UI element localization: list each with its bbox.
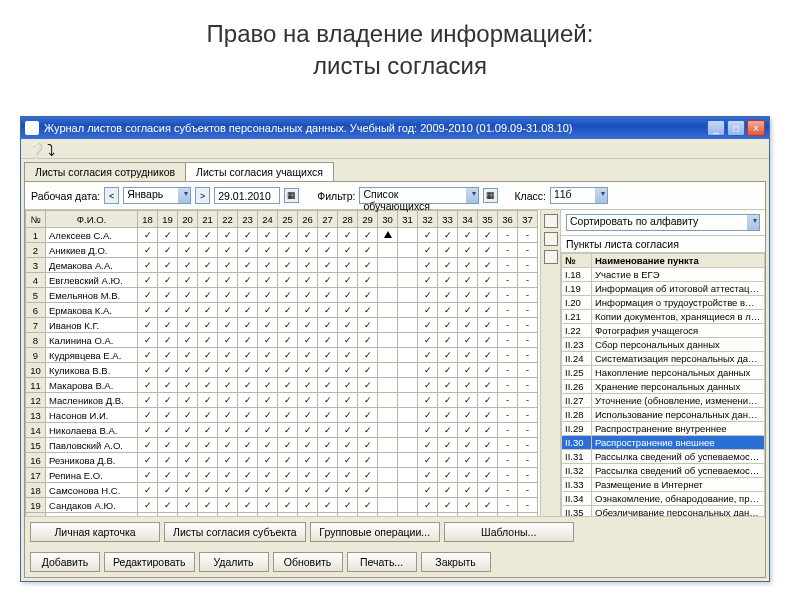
grid-cell[interactable]: ✓: [358, 273, 378, 288]
grid-cell[interactable]: ✓: [158, 498, 178, 513]
row-num[interactable]: 10: [26, 363, 46, 378]
close-button[interactable]: ×: [747, 120, 765, 136]
grid-cell[interactable]: ✓: [358, 228, 378, 243]
row-num[interactable]: 13: [26, 408, 46, 423]
grid-cell[interactable]: ✓: [478, 243, 498, 258]
grid-cell[interactable]: ✓: [358, 498, 378, 513]
minimize-button[interactable]: _: [707, 120, 725, 136]
grid-cell[interactable]: ✓: [438, 243, 458, 258]
grid-cell[interactable]: ✓: [198, 333, 218, 348]
grid-cell[interactable]: ✓: [318, 303, 338, 318]
grid-cell[interactable]: ✓: [458, 438, 478, 453]
grid-cell[interactable]: ✓: [338, 348, 358, 363]
grid-cell[interactable]: ✓: [258, 438, 278, 453]
grid-cell[interactable]: ✓: [138, 378, 158, 393]
grid-cell[interactable]: ✓: [438, 378, 458, 393]
grid-pane[interactable]: №Ф.И.О.181920212223242526272829303132333…: [25, 210, 540, 516]
grid-cell[interactable]: ✓: [418, 348, 438, 363]
row-num[interactable]: 12: [26, 393, 46, 408]
button--[interactable]: Групповые операции...: [310, 522, 440, 542]
grid-cell[interactable]: ✓: [358, 453, 378, 468]
grid-cell[interactable]: ✓: [218, 258, 238, 273]
grid-cell[interactable]: ✓: [458, 483, 478, 498]
col-day-35[interactable]: 35: [478, 211, 498, 228]
points-col-name[interactable]: Наименование пункта: [592, 254, 765, 268]
grid-cell[interactable]: ✓: [138, 273, 158, 288]
grid-cell[interactable]: ✓: [418, 363, 438, 378]
grid-cell[interactable]: -: [498, 438, 518, 453]
grid-cell[interactable]: ✓: [238, 453, 258, 468]
grid-cell[interactable]: ✓: [438, 288, 458, 303]
row-fio[interactable]: Самсонова Н.С.: [46, 483, 138, 498]
grid-cell[interactable]: ✓: [298, 453, 318, 468]
grid-cell[interactable]: ✓: [138, 423, 158, 438]
col-num[interactable]: №: [26, 211, 46, 228]
grid-cell[interactable]: [398, 393, 418, 408]
grid-cell[interactable]: ✓: [238, 303, 258, 318]
grid-cell[interactable]: ✓: [218, 453, 238, 468]
grid-cell[interactable]: ✓: [298, 258, 318, 273]
grid-cell[interactable]: [378, 378, 398, 393]
grid-cell[interactable]: ✓: [218, 363, 238, 378]
grid-cell[interactable]: ✓: [458, 228, 478, 243]
grid-cell[interactable]: ✓: [238, 483, 258, 498]
grid-cell[interactable]: [398, 438, 418, 453]
grid-cell[interactable]: ✓: [138, 393, 158, 408]
grid-cell[interactable]: ✓: [458, 303, 478, 318]
grid-cell[interactable]: ✓: [318, 273, 338, 288]
grid-cell[interactable]: ✓: [418, 318, 438, 333]
grid-cell[interactable]: ✓: [458, 453, 478, 468]
grid-cell[interactable]: ✓: [158, 378, 178, 393]
grid-cell[interactable]: ✓: [318, 243, 338, 258]
grid-cell[interactable]: ✓: [418, 408, 438, 423]
grid-cell[interactable]: ✓: [178, 498, 198, 513]
grid-cell[interactable]: ✓: [298, 288, 318, 303]
col-day-24[interactable]: 24: [258, 211, 278, 228]
grid-cell[interactable]: ✓: [238, 318, 258, 333]
grid-cell[interactable]: -: [498, 363, 518, 378]
grid-cell[interactable]: -: [498, 258, 518, 273]
grid-cell[interactable]: ✓: [418, 498, 438, 513]
grid-cell[interactable]: ✓: [318, 423, 338, 438]
grid-cell[interactable]: ✓: [138, 318, 158, 333]
button--[interactable]: Редактировать: [104, 552, 195, 572]
grid-cell[interactable]: [378, 303, 398, 318]
grid-cell[interactable]: ✓: [198, 243, 218, 258]
grid-cell[interactable]: ✓: [158, 468, 178, 483]
button--[interactable]: Личная карточка: [30, 522, 160, 542]
grid-cell[interactable]: -: [518, 318, 538, 333]
grid-cell[interactable]: ✓: [458, 363, 478, 378]
grid-cell[interactable]: ✓: [438, 258, 458, 273]
col-day-22[interactable]: 22: [218, 211, 238, 228]
grid-cell[interactable]: -: [518, 468, 538, 483]
grid-cell[interactable]: ✓: [298, 393, 318, 408]
grid-cell[interactable]: -: [498, 423, 518, 438]
grid-cell[interactable]: ✓: [318, 483, 338, 498]
grid-cell[interactable]: -: [518, 438, 538, 453]
grid-cell[interactable]: -: [498, 408, 518, 423]
grid-cell[interactable]: ✓: [158, 318, 178, 333]
points-row[interactable]: II.29Распространение внутреннее: [562, 422, 765, 436]
grid-cell[interactable]: ✓: [458, 273, 478, 288]
grid-cell[interactable]: ✓: [478, 408, 498, 423]
grid-cell[interactable]: ✓: [138, 258, 158, 273]
col-day-34[interactable]: 34: [458, 211, 478, 228]
grid-cell[interactable]: -: [498, 378, 518, 393]
grid-cell[interactable]: ✓: [298, 483, 318, 498]
grid-cell[interactable]: [398, 273, 418, 288]
grid-cell[interactable]: ✓: [178, 363, 198, 378]
grid-cell[interactable]: ✓: [418, 243, 438, 258]
grid-cell[interactable]: -: [518, 393, 538, 408]
grid-cell[interactable]: ✓: [478, 303, 498, 318]
col-day-21[interactable]: 21: [198, 211, 218, 228]
grid-cell[interactable]: ✓: [178, 333, 198, 348]
points-row[interactable]: II.23Сбор персональных данных: [562, 338, 765, 352]
grid-cell[interactable]: ✓: [178, 258, 198, 273]
calendar-icon[interactable]: ▦: [284, 188, 299, 203]
row-num[interactable]: 5: [26, 288, 46, 303]
grid-cell[interactable]: ✓: [458, 258, 478, 273]
grid-cell[interactable]: ✓: [418, 273, 438, 288]
grid-cell[interactable]: ✓: [458, 378, 478, 393]
col-day-25[interactable]: 25: [278, 211, 298, 228]
row-num[interactable]: 4: [26, 273, 46, 288]
